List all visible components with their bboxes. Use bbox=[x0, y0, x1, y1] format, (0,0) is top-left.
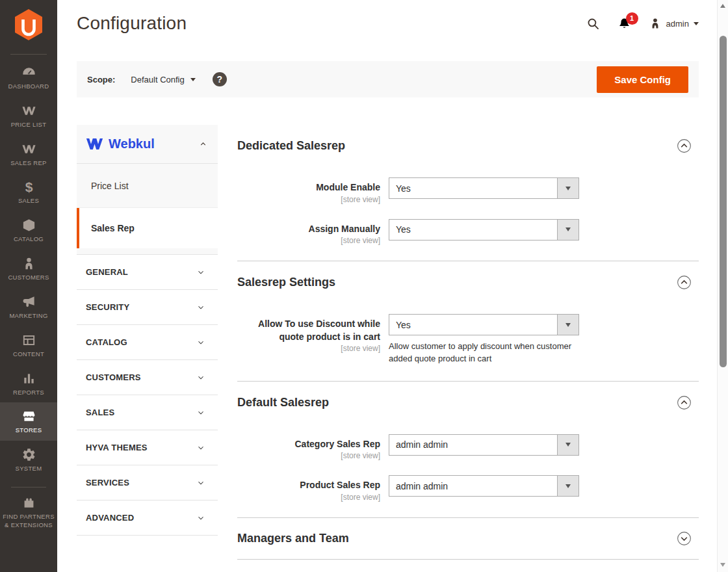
section-collapse-button[interactable] bbox=[677, 275, 692, 290]
sidebar-item-sales-rep[interactable]: SALES REP bbox=[0, 135, 57, 174]
content: Webkul Price List Sales Rep GENERAL SECU… bbox=[77, 125, 699, 572]
scrollbar-thumb[interactable] bbox=[720, 36, 727, 367]
gear-icon bbox=[21, 447, 36, 462]
sidebar-item-system[interactable]: SYSTEM bbox=[0, 441, 57, 479]
category-sales-rep-select[interactable]: admin admin bbox=[389, 434, 579, 456]
search-button[interactable] bbox=[586, 17, 600, 31]
section-managers-and-team: Managers and Team bbox=[237, 518, 699, 560]
sidebar-nav: DASHBOARD PRICE LIST SALES REP SALES CAT… bbox=[0, 58, 57, 536]
header-actions: 1 admin bbox=[586, 17, 699, 31]
config-nav-item-price-list[interactable]: Price List bbox=[77, 164, 218, 208]
product-sales-rep-select[interactable]: admin admin bbox=[389, 475, 579, 497]
sidebar-item-catalog[interactable]: CATALOG bbox=[0, 211, 57, 250]
notifications-button[interactable]: 1 bbox=[618, 17, 631, 31]
config-nav-section-customers[interactable]: CUSTOMERS bbox=[77, 360, 218, 395]
help-icon[interactable]: ? bbox=[213, 72, 227, 86]
search-icon bbox=[586, 17, 600, 31]
sidebar-item-label: CUSTOMERS bbox=[0, 274, 57, 282]
select-value: Yes bbox=[389, 315, 557, 335]
nav-section-label: SERVICES bbox=[86, 478, 129, 488]
sidebar-item-dashboard[interactable]: DASHBOARD bbox=[0, 58, 57, 97]
sidebar-item-find-partners[interactable]: FIND PARTNERS & EXTENSIONS bbox=[0, 487, 57, 536]
chevron-down-icon bbox=[196, 514, 205, 523]
config-nav-item-sales-rep[interactable]: Sales Rep bbox=[77, 208, 218, 248]
megaphone-icon bbox=[21, 294, 36, 309]
chevron-down-icon bbox=[196, 478, 205, 488]
select-arrow-icon bbox=[557, 178, 578, 198]
sidebar-divider bbox=[10, 54, 47, 55]
save-config-button[interactable]: Save Config bbox=[597, 66, 688, 93]
sidebar-item-marketing[interactable]: MARKETING bbox=[0, 288, 57, 326]
sidebar-item-label: REPORTS bbox=[0, 389, 57, 397]
notification-badge: 1 bbox=[626, 12, 638, 25]
sidebar-item-sales[interactable]: SALES bbox=[0, 173, 57, 211]
assign-manually-select[interactable]: Yes bbox=[389, 219, 579, 240]
allow-to-use-discount-while-quote-product-is-in-cart-select[interactable]: Yes bbox=[389, 314, 579, 335]
scrollbar-down-arrow[interactable] bbox=[720, 563, 725, 567]
nav-section-label: SECURITY bbox=[86, 302, 129, 312]
select-value: Yes bbox=[389, 220, 557, 240]
sidebar-item-label: SALES REP bbox=[0, 159, 57, 168]
admin-user-menu[interactable]: admin bbox=[649, 17, 699, 30]
sidebar-item-customers[interactable]: CUSTOMERS bbox=[0, 250, 57, 288]
config-nav-section-advanced[interactable]: ADVANCED bbox=[77, 500, 218, 536]
section-collapse-button[interactable] bbox=[677, 395, 692, 410]
sidebar-item-price-list[interactable]: PRICE LIST bbox=[0, 97, 57, 135]
webkul-w-icon bbox=[21, 103, 36, 118]
vendor-name: Webkul bbox=[109, 136, 155, 151]
chevron-down-icon bbox=[196, 373, 205, 382]
config-nav-sections: GENERAL SECURITY CATALOG CUSTOMERS SALES… bbox=[77, 255, 218, 536]
sidebar-item-content[interactable]: CONTENT bbox=[0, 326, 57, 365]
module-enable-select[interactable]: Yes bbox=[389, 177, 579, 199]
nav-spacer bbox=[77, 248, 218, 255]
select-value: Yes bbox=[389, 178, 557, 198]
field-label: Assign Manually bbox=[309, 224, 380, 234]
scope-switcher[interactable]: Default Config bbox=[131, 75, 195, 84]
field-label: Allow To use Discount while quote produc… bbox=[258, 318, 380, 342]
section-default-salesrep: Default Salesrep Category Sales Rep [sto… bbox=[237, 382, 699, 518]
config-nav: Webkul Price List Sales Rep GENERAL SECU… bbox=[77, 125, 218, 536]
nav-section-label: SALES bbox=[86, 408, 114, 417]
scope-value: Default Config bbox=[131, 75, 184, 84]
chevron-up-icon bbox=[199, 140, 207, 148]
config-nav-section-security[interactable]: SECURITY bbox=[77, 290, 218, 325]
field-label: Module Enable bbox=[316, 182, 380, 192]
section-title: Default Salesrep bbox=[237, 396, 329, 410]
field-scope: [store view] bbox=[237, 344, 380, 353]
chevron-down-icon bbox=[190, 78, 196, 81]
page-scrollbar bbox=[717, 0, 728, 572]
nav-item-label: Price List bbox=[91, 181, 129, 191]
config-nav-section-services[interactable]: SERVICES bbox=[77, 465, 218, 500]
select-arrow-icon bbox=[557, 220, 578, 240]
config-nav-section-catalog[interactable]: CATALOG bbox=[77, 325, 218, 360]
sidebar-item-label: DASHBOARD bbox=[0, 83, 57, 91]
scrollbar-up-arrow[interactable] bbox=[720, 4, 725, 8]
sidebar-item-label: SYSTEM bbox=[0, 465, 57, 473]
nav-section-label: CATALOG bbox=[86, 337, 127, 347]
select-value: admin admin bbox=[389, 476, 557, 496]
box-icon bbox=[21, 218, 36, 233]
nav-section-label: GENERAL bbox=[86, 267, 128, 277]
sidebar-item-stores[interactable]: STORES bbox=[0, 402, 57, 441]
person-icon bbox=[21, 256, 36, 271]
vendor-collapse-button[interactable] bbox=[199, 140, 207, 148]
field-note: Allow customer to apply discount when cu… bbox=[389, 341, 584, 365]
section-collapse-button[interactable] bbox=[677, 531, 692, 546]
select-value: admin admin bbox=[389, 435, 557, 455]
magento-admin-app: DASHBOARD PRICE LIST SALES REP SALES CAT… bbox=[0, 0, 728, 572]
config-nav-items: Price List Sales Rep bbox=[77, 164, 218, 248]
config-field-row: Category Sales Rep [store view] admin ad… bbox=[237, 434, 699, 461]
config-field-row: Assign Manually [store view] Yes bbox=[237, 219, 699, 246]
config-nav-section-sales[interactable]: SALES bbox=[77, 395, 218, 430]
sidebar-item-label: FIND PARTNERS & EXTENSIONS bbox=[0, 513, 57, 530]
config-nav-section-general[interactable]: GENERAL bbox=[77, 255, 218, 290]
layout-icon bbox=[21, 333, 36, 348]
sidebar-item-label: CATALOG bbox=[0, 235, 57, 244]
sidebar-item-reports[interactable]: REPORTS bbox=[0, 365, 57, 403]
admin-user-name: admin bbox=[666, 19, 689, 29]
section-collapse-button[interactable] bbox=[677, 138, 692, 153]
field-label: Category Sales Rep bbox=[295, 439, 381, 449]
sidebar-item-label: CONTENT bbox=[0, 350, 57, 359]
config-nav-section-hyva-themes[interactable]: HYVA THEMES bbox=[77, 430, 218, 465]
magento-logo[interactable] bbox=[0, 0, 57, 49]
